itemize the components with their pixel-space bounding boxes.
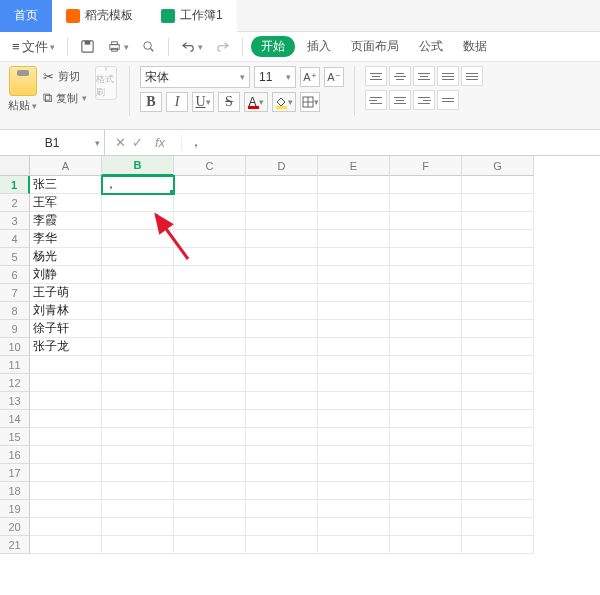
cell-D4[interactable] (246, 230, 318, 248)
cell-B8[interactable] (102, 302, 174, 320)
cell-A3[interactable]: 李霞 (30, 212, 102, 230)
cut-button[interactable]: ✂剪切 (43, 66, 87, 86)
cell-G3[interactable] (462, 212, 534, 230)
cell-D16[interactable] (246, 446, 318, 464)
row-header-16[interactable]: 16 (0, 446, 30, 464)
cell-E6[interactable] (318, 266, 390, 284)
cell-E11[interactable] (318, 356, 390, 374)
cell-C5[interactable] (174, 248, 246, 266)
row-header-5[interactable]: 5 (0, 248, 30, 266)
cell-A2[interactable]: 王军 (30, 194, 102, 212)
col-header-G[interactable]: G (462, 156, 534, 176)
cell-B10[interactable] (102, 338, 174, 356)
col-header-C[interactable]: C (174, 156, 246, 176)
cell-E16[interactable] (318, 446, 390, 464)
cell-F4[interactable] (390, 230, 462, 248)
underline-button[interactable]: U▾ (192, 92, 214, 112)
cell-C18[interactable] (174, 482, 246, 500)
cell-E20[interactable] (318, 518, 390, 536)
cell-B11[interactable] (102, 356, 174, 374)
cell-E4[interactable] (318, 230, 390, 248)
cell-A11[interactable] (30, 356, 102, 374)
cell-G17[interactable] (462, 464, 534, 482)
cell-E12[interactable] (318, 374, 390, 392)
row-header-2[interactable]: 2 (0, 194, 30, 212)
row-header-19[interactable]: 19 (0, 500, 30, 518)
cell-F6[interactable] (390, 266, 462, 284)
cell-G20[interactable] (462, 518, 534, 536)
cell-C6[interactable] (174, 266, 246, 284)
cell-G10[interactable] (462, 338, 534, 356)
align-bottom-button[interactable] (413, 66, 435, 86)
indent-increase-button[interactable] (461, 66, 483, 86)
highlight-button[interactable]: ▾ (272, 92, 296, 112)
border-button[interactable]: ▾ (300, 92, 320, 112)
cell-D3[interactable] (246, 212, 318, 230)
row-header-1[interactable]: 1 (0, 176, 30, 194)
align-right-button[interactable] (413, 90, 435, 110)
cell-D5[interactable] (246, 248, 318, 266)
cell-E2[interactable] (318, 194, 390, 212)
cells-area[interactable]: 张三，王军李霞李华杨光刘静王子萌刘青林徐子轩张子龙 (30, 176, 600, 572)
cell-D18[interactable] (246, 482, 318, 500)
cell-B5[interactable] (102, 248, 174, 266)
cell-F19[interactable] (390, 500, 462, 518)
cell-E3[interactable] (318, 212, 390, 230)
cell-C12[interactable] (174, 374, 246, 392)
undo-button[interactable]: ▾ (177, 37, 207, 56)
cell-A4[interactable]: 李华 (30, 230, 102, 248)
row-header-6[interactable]: 6 (0, 266, 30, 284)
font-color-button[interactable]: A▾ (244, 92, 268, 112)
cell-E14[interactable] (318, 410, 390, 428)
align-center-button[interactable] (389, 90, 411, 110)
copy-button[interactable]: ⧉复制▾ (43, 88, 87, 108)
increase-font-button[interactable]: A⁺ (300, 67, 320, 87)
cell-G6[interactable] (462, 266, 534, 284)
row-header-10[interactable]: 10 (0, 338, 30, 356)
cell-E1[interactable] (318, 176, 390, 194)
col-header-E[interactable]: E (318, 156, 390, 176)
cell-B21[interactable] (102, 536, 174, 554)
cell-B9[interactable] (102, 320, 174, 338)
cell-D10[interactable] (246, 338, 318, 356)
cell-E13[interactable] (318, 392, 390, 410)
cell-D12[interactable] (246, 374, 318, 392)
cell-G5[interactable] (462, 248, 534, 266)
cell-A21[interactable] (30, 536, 102, 554)
cell-A16[interactable] (30, 446, 102, 464)
tab-home[interactable]: 首页 (0, 0, 52, 32)
cell-A8[interactable]: 刘青林 (30, 302, 102, 320)
cell-F11[interactable] (390, 356, 462, 374)
cell-B14[interactable] (102, 410, 174, 428)
cell-F18[interactable] (390, 482, 462, 500)
row-header-17[interactable]: 17 (0, 464, 30, 482)
font-size-combo[interactable]: 11▾ (254, 66, 296, 88)
cell-E18[interactable] (318, 482, 390, 500)
cell-G21[interactable] (462, 536, 534, 554)
cell-D21[interactable] (246, 536, 318, 554)
cell-F3[interactable] (390, 212, 462, 230)
format-painter[interactable]: 格式刷 (95, 66, 117, 100)
cell-F14[interactable] (390, 410, 462, 428)
cell-C10[interactable] (174, 338, 246, 356)
cell-B3[interactable] (102, 212, 174, 230)
cell-C17[interactable] (174, 464, 246, 482)
ribbon-tab-data[interactable]: 数据 (455, 36, 495, 57)
cell-G14[interactable] (462, 410, 534, 428)
cell-F20[interactable] (390, 518, 462, 536)
cell-B2[interactable] (102, 194, 174, 212)
cell-D9[interactable] (246, 320, 318, 338)
row-header-9[interactable]: 9 (0, 320, 30, 338)
cell-C1[interactable] (174, 176, 246, 194)
accept-formula-button[interactable]: ✓ (132, 135, 143, 150)
row-header-18[interactable]: 18 (0, 482, 30, 500)
cell-A15[interactable] (30, 428, 102, 446)
bold-button[interactable]: B (140, 92, 162, 112)
cell-E10[interactable] (318, 338, 390, 356)
cell-D2[interactable] (246, 194, 318, 212)
cell-G16[interactable] (462, 446, 534, 464)
tab-workbook[interactable]: 工作簿1 (147, 0, 237, 32)
cell-C4[interactable] (174, 230, 246, 248)
preview-button[interactable] (137, 37, 160, 56)
cell-B6[interactable] (102, 266, 174, 284)
